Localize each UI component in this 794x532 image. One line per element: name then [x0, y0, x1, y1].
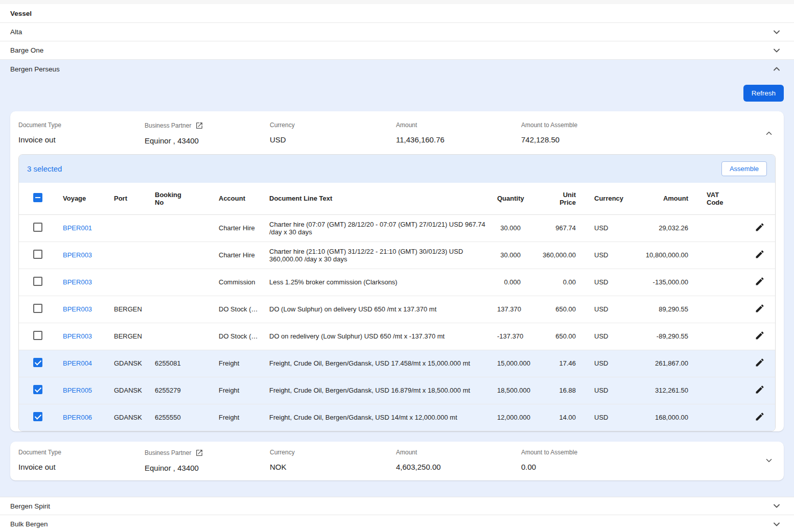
row-checkbox[interactable] — [33, 277, 42, 286]
col-amount: Amount — [621, 183, 692, 214]
assemble-button[interactable]: Assemble — [721, 161, 767, 176]
unit-price-cell: 0.00 — [525, 269, 580, 296]
quantity-cell: 15,000.000 — [493, 350, 525, 377]
account-cell: Charter Hire — [215, 241, 265, 269]
field-business-partner: Business Partner Equinor , 43400 — [145, 449, 270, 472]
vessel-name: Alta — [10, 28, 22, 36]
row-checkbox[interactable] — [33, 358, 42, 367]
edit-line-button[interactable] — [754, 383, 766, 397]
account-cell: Commission — [215, 269, 265, 296]
doc-line-text-cell: Charter hire (07:07 (GMT) 28/12/20 - 07:… — [265, 214, 493, 241]
pencil-icon — [755, 330, 765, 341]
accordion-bulk-bergen[interactable]: Bulk Bergen — [0, 515, 794, 532]
voyage-link[interactable]: BPER003 — [63, 305, 92, 313]
open-in-new-icon[interactable] — [195, 449, 203, 457]
edit-line-button[interactable] — [754, 248, 766, 262]
voyage-link[interactable]: BPER004 — [63, 359, 92, 367]
select-all-checkbox[interactable] — [33, 193, 42, 202]
chevron-down-icon — [772, 27, 782, 37]
field-business-partner: Business Partner Equinor , 43400 — [145, 122, 270, 145]
field-value: 4,603,250.00 — [396, 463, 521, 471]
doc-line-text-cell: Charter hire (21:10 (GMT) 31/12/22 - 21:… — [265, 241, 493, 269]
unit-price-cell: 967.74 — [525, 214, 580, 241]
currency-cell: USD — [580, 269, 621, 296]
row-checkbox[interactable] — [33, 304, 42, 313]
field-amount-to-assemble: Amount to Assemble 742,128.50 — [521, 122, 757, 144]
amount-cell: 89,290.55 — [621, 296, 692, 323]
col-doc-line-text: Document Line Text — [265, 183, 493, 214]
col-voyage: Voyage — [59, 183, 110, 214]
vessel-name: Bergen Spirit — [10, 502, 50, 510]
edit-line-button[interactable] — [754, 302, 766, 316]
field-label: Business Partner — [145, 122, 191, 129]
currency-cell: USD — [580, 241, 621, 269]
field-value: Invoice out — [18, 135, 145, 144]
vat-code-cell — [692, 296, 743, 323]
doc-line-text-cell: Less 1.25% broker commission (Clarksons) — [265, 269, 493, 296]
col-booking-no: Booking No — [151, 183, 215, 214]
col-port: Port — [110, 183, 151, 214]
edit-line-button[interactable] — [754, 275, 766, 289]
expand-card-button[interactable] — [762, 454, 776, 467]
vat-code-cell — [692, 269, 743, 296]
row-checkbox[interactable] — [33, 331, 42, 340]
field-value: 742,128.50 — [521, 135, 757, 144]
voyage-link[interactable]: BPER003 — [63, 278, 92, 286]
row-checkbox[interactable] — [33, 250, 42, 259]
currency-cell: USD — [580, 323, 621, 350]
unit-price-cell: 17.46 — [525, 350, 580, 377]
field-value: NOK — [270, 463, 396, 471]
col-unit-price: Unit Price — [525, 183, 580, 214]
edit-line-button[interactable] — [754, 410, 766, 424]
pencil-icon — [755, 249, 765, 259]
vat-code-cell — [692, 377, 743, 404]
port-cell: GDANSK — [110, 404, 151, 431]
voyage-link[interactable]: BPER005 — [63, 386, 92, 394]
field-label: Amount — [396, 122, 521, 129]
field-currency: Currency USD — [270, 122, 396, 144]
field-label: Currency — [270, 122, 396, 129]
refresh-button[interactable]: Refresh — [743, 85, 784, 102]
vat-code-cell — [692, 404, 743, 431]
vat-code-cell — [692, 323, 743, 350]
field-value: 11,436,160.76 — [396, 135, 521, 144]
collapse-card-button[interactable] — [762, 127, 776, 140]
accordion-barge-one[interactable]: Barge One — [0, 41, 794, 60]
field-label: Business Partner — [145, 449, 191, 456]
edit-line-button[interactable] — [754, 329, 766, 343]
field-label: Currency — [270, 449, 396, 456]
row-checkbox[interactable] — [33, 385, 42, 394]
quantity-cell: -137.370 — [493, 323, 525, 350]
accordion-bergen-perseus[interactable]: Bergen Perseus — [0, 60, 794, 78]
currency-cell: USD — [580, 404, 621, 431]
quantity-cell: 12,000.000 — [493, 404, 525, 431]
account-cell: Freight — [215, 404, 265, 431]
bergen-perseus-panel: Bergen Perseus Refresh Document Type Inv… — [0, 60, 794, 497]
voyage-link[interactable]: BPER001 — [63, 224, 92, 232]
voyage-link[interactable]: BPER006 — [63, 414, 92, 421]
accordion-bergen-spirit[interactable]: Bergen Spirit — [0, 497, 794, 515]
edit-line-button[interactable] — [754, 221, 766, 235]
open-in-new-icon[interactable] — [195, 122, 203, 130]
field-amount-to-assemble: Amount to Assemble 0.00 — [521, 449, 757, 471]
account-cell: Freight — [215, 377, 265, 404]
chevron-down-icon — [772, 519, 782, 529]
port-cell: GDANSK — [110, 377, 151, 404]
account-cell: Charter Hire — [215, 214, 265, 241]
doc-line-text-cell: Freight, Crude Oil, Bergen/Gdansk, USD 1… — [265, 404, 493, 431]
voyage-link[interactable]: BPER003 — [63, 332, 92, 340]
row-checkbox[interactable] — [33, 223, 42, 232]
accordion-alta[interactable]: Alta — [0, 23, 794, 41]
unit-price-cell: 14.00 — [525, 404, 580, 431]
table-header-row: Voyage Port Booking No Account Document … — [19, 183, 776, 214]
edit-line-button[interactable] — [754, 356, 766, 370]
account-cell: Freight — [215, 350, 265, 377]
field-value: Equinor , 43400 — [145, 136, 270, 145]
field-value: Equinor , 43400 — [145, 464, 270, 472]
amount-cell: -135,000.00 — [621, 269, 692, 296]
account-cell: DO Stock (L… — [215, 296, 265, 323]
row-checkbox[interactable] — [33, 412, 42, 421]
voyage-link[interactable]: BPER003 — [63, 251, 92, 259]
amount-cell: 29,032.26 — [621, 214, 692, 241]
col-vat-code: VAT Code — [692, 183, 743, 214]
